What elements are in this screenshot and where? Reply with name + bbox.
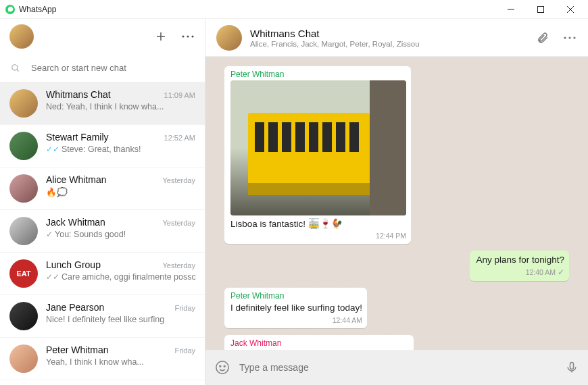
svg-rect-17 [570,363,574,369]
chat-item-avatar [9,344,38,373]
sent-tick-icon: ✓ [46,230,53,239]
chat-list-item[interactable]: Jane PearsonFridayNice! I definitely fee… [0,295,205,338]
titlebar: WhatsApp [0,0,588,19]
sidebar: Whitmans Chat11:09 AMNed: Yeah, I think … [0,19,205,385]
search-icon [11,63,20,73]
message-time: 12:40 AM ✓ [476,267,564,277]
chat-item-time: Friday [174,304,195,312]
chat-list-item[interactable]: Whitmans Chat11:09 AMNed: Yeah, I think … [0,82,205,125]
chat-avatar[interactable] [216,25,242,51]
sidebar-header [0,19,205,54]
maximize-button[interactable] [526,0,556,19]
svg-point-9 [12,64,18,70]
chat-header: Whitmans Chat Alice, Francis, Jack, Marg… [205,19,588,57]
chat-list-item[interactable]: Stewart FamilyFridaySteve: Great thanks! [0,380,205,385]
chat-item-avatar [9,132,38,160]
read-ticks-icon: ✓✓ [46,145,59,154]
message-sender: Peter Whitman [230,70,406,79]
chat-item-time: 11:09 AM [164,91,195,99]
chat-subtitle: Alice, Francis, Jack, Margot, Peter, Roy… [250,40,420,48]
chat-item-preview: ✓✓ Steve: Great, thanks! [46,145,195,154]
message-text: I definitely feel like surfing today! [230,302,362,314]
chat-list-item[interactable]: Jack WhitmanYesterday✓ You: Sounds good! [0,210,205,253]
svg-point-13 [573,36,575,38]
chat-item-avatar [9,217,38,245]
chat-item-name: Alice Whitman [46,174,162,185]
sent-tick-icon: ✓ [558,267,564,277]
svg-point-6 [182,35,184,37]
chat-title: Whitmans Chat [250,28,420,39]
chat-item-name: Jane Pearson [46,302,174,313]
chat-item-preview: 🔥💭 [46,187,195,197]
message-text: Lisboa is fantastic! 🚋🍷🐓 [230,218,406,230]
message-text: Any plans for tonight? [476,254,564,266]
chat-item-name: Whitmans Chat [46,89,164,100]
svg-point-7 [187,35,189,37]
svg-point-8 [191,35,193,37]
chat-item-preview: ✓✓ Care amiche, oggi finalmente posso [46,272,195,282]
incoming-message[interactable]: Jack WhitmanTonight is the movie night! … [224,335,414,350]
chat-item-avatar [9,174,38,203]
svg-point-14 [216,361,228,374]
chat-panel: Whitmans Chat Alice, Francis, Jack, Marg… [205,19,588,385]
my-avatar[interactable] [9,24,34,49]
chat-menu-button[interactable] [562,30,577,45]
chat-list: Whitmans Chat11:09 AMNed: Yeah, I think … [0,82,205,385]
chat-item-preview: Yeah, I think I know wha... [46,357,195,367]
svg-point-15 [220,365,221,367]
chat-list-item[interactable]: EATLunch GroupYesterday✓✓ Care amiche, o… [0,253,205,295]
message-input[interactable] [239,362,556,373]
app-title: WhatsApp [19,5,56,14]
svg-line-10 [17,69,19,71]
chat-item-avatar: EAT [9,259,38,288]
search-bar[interactable] [0,54,205,82]
search-input[interactable] [31,63,194,73]
svg-rect-1 [538,6,544,12]
svg-point-11 [564,36,566,38]
chat-item-name: Jack Whitman [46,217,162,228]
message-sender: Jack Whitman [230,338,409,348]
emoji-button[interactable] [215,360,230,375]
composer [205,350,588,385]
voice-button[interactable] [565,361,579,374]
chat-item-time: Friday [174,346,195,355]
chat-item-preview: ✓ You: Sounds good! [46,230,195,239]
message-time: 12:44 PM [230,232,406,240]
message-image[interactable] [230,80,406,215]
chat-item-preview: Ned: Yeah, I think I know wha... [46,102,195,111]
attach-button[interactable] [535,30,550,45]
chat-item-name: Stewart Family [46,132,164,143]
menu-button[interactable] [180,29,195,44]
chat-item-avatar [9,89,38,118]
incoming-message[interactable]: Peter WhitmanLisboa is fantastic! 🚋🍷🐓12:… [224,66,411,244]
message-sender: Peter Whitman [230,291,362,301]
svg-point-16 [224,365,225,367]
outgoing-message[interactable]: Any plans for tonight?12:40 AM ✓ [470,251,569,281]
chat-item-time: Yesterday [162,219,195,227]
chat-item-time: Yesterday [162,176,195,184]
delivered-ticks-icon: ✓✓ [46,272,59,282]
chat-item-time: 12:52 AM [164,134,195,142]
minimize-button[interactable] [496,0,526,19]
chat-item-name: Lunch Group [46,259,162,270]
message-time: 12:44 AM [230,316,362,324]
chat-item-avatar [9,302,38,330]
chat-list-item[interactable]: Stewart Family12:52 AM✓✓ Steve: Great, t… [0,125,205,168]
svg-point-12 [568,36,570,38]
chat-item-name: Peter Whitman [46,344,174,355]
chat-list-item[interactable]: Alice WhitmanYesterday🔥💭 [0,168,205,210]
new-chat-button[interactable] [153,29,168,44]
incoming-message[interactable]: Peter WhitmanI definitely feel like surf… [224,288,367,328]
whatsapp-logo-icon [5,5,15,14]
messages-area: Peter WhitmanLisboa is fantastic! 🚋🍷🐓12:… [205,57,588,350]
chat-list-item[interactable]: Peter WhitmanFridayYeah, I think I know … [0,338,205,380]
chat-item-time: Yesterday [162,261,195,270]
close-button[interactable] [556,0,585,19]
chat-item-preview: Nice! I definitely feel like surfing [46,315,195,324]
